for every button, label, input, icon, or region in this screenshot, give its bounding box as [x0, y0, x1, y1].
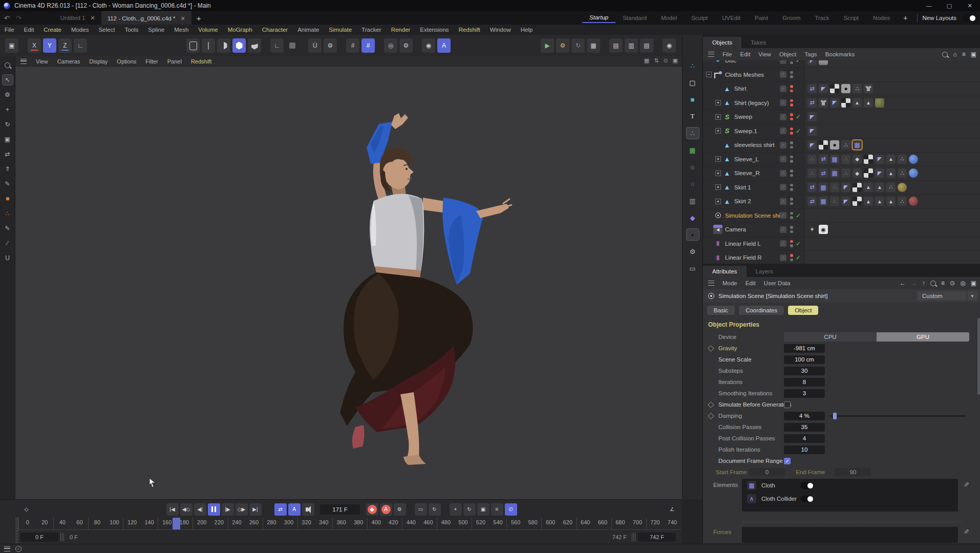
menu-item[interactable]: Mesh — [174, 27, 188, 33]
device-option[interactable]: CPU — [784, 332, 877, 342]
menu-item[interactable]: Window — [490, 27, 511, 33]
edges-mode-button[interactable] — [202, 38, 215, 53]
preview-start-field[interactable]: 0 F — [20, 533, 58, 542]
menu-item[interactable]: Simulate — [329, 27, 352, 33]
tag-icon[interactable] — [875, 168, 884, 178]
snap-settings-button[interactable]: ⚙ — [324, 38, 337, 53]
object-tree-row[interactable]: Cloths Meshes ✓ — [703, 68, 980, 82]
visibility-dots-icon[interactable] — [790, 212, 793, 219]
symmetry-button[interactable]: ◎ — [384, 38, 397, 53]
menu-item[interactable]: Edit — [24, 27, 34, 33]
panel-tab[interactable]: Attributes — [703, 266, 747, 277]
tag-icon[interactable] — [898, 183, 907, 192]
range-grip[interactable] — [60, 533, 65, 541]
modeling-settings-button[interactable]: ⚙ — [399, 38, 413, 53]
visibility-dots-icon[interactable] — [790, 113, 793, 120]
visibility-dots-icon[interactable] — [790, 156, 793, 163]
enabled-check-icon[interactable]: ✓ — [796, 60, 801, 64]
eyedropper-icon[interactable]: ✎ — [964, 481, 969, 488]
tag-icon[interactable] — [853, 155, 862, 164]
target-icon[interactable]: ◎ — [960, 280, 965, 287]
objects-menu-icon[interactable] — [708, 52, 714, 57]
filter-icon[interactable]: ≡ — [941, 280, 945, 287]
grid-button[interactable]: # — [346, 38, 359, 53]
menu-item[interactable]: Character — [262, 27, 288, 33]
layer-edit-icon[interactable] — [780, 127, 786, 134]
visibility-dots-icon[interactable] — [790, 99, 793, 107]
tag-icon[interactable] — [819, 60, 828, 65]
maximize-button[interactable]: ▢ — [939, 0, 960, 11]
attributes-menu-item[interactable]: Mode — [722, 280, 737, 286]
record-rotation-button[interactable]: ↻ — [463, 503, 476, 516]
visibility-dots-icon[interactable] — [790, 60, 793, 64]
layer-edit-icon[interactable] — [780, 71, 786, 78]
menu-item[interactable]: File — [5, 27, 14, 33]
enabled-check-icon[interactable]: ✓ — [796, 254, 801, 261]
viewport-menu-item[interactable]: Cameras — [57, 58, 80, 65]
menu-item[interactable]: Render — [391, 27, 411, 33]
tag-icon[interactable] — [819, 84, 828, 93]
visibility-dots-icon[interactable] — [790, 127, 793, 135]
coordinate-system-button[interactable]: ∟ — [74, 38, 87, 53]
tag-icon[interactable] — [853, 84, 862, 93]
preview-end-field[interactable]: 742 F — [638, 533, 676, 542]
preset-dropdown-arrow[interactable]: ▼ — [967, 291, 977, 301]
expander-icon[interactable] — [715, 199, 721, 204]
palette-volume-icon[interactable]: ◆ — [686, 211, 699, 224]
redo-icon[interactable]: ↷ — [16, 14, 22, 22]
tag-icon[interactable] — [853, 183, 862, 192]
layer-edit-icon[interactable] — [780, 212, 786, 219]
timeline-window-button[interactable]: ▤ — [640, 38, 653, 53]
element-enable-toggle[interactable] — [800, 482, 814, 489]
palette-network-icon[interactable]: ∴ — [686, 59, 699, 72]
tag-icon[interactable] — [830, 168, 839, 178]
tag-icon[interactable] — [830, 98, 839, 108]
tag-icon[interactable] — [864, 183, 873, 192]
tag-icon[interactable] — [819, 155, 828, 164]
close-tab-icon[interactable]: ✕ — [180, 15, 185, 22]
palette-text-icon[interactable]: T — [686, 110, 699, 122]
object-tree-row[interactable]: Simulation Scene shirt ✓ — [703, 209, 980, 223]
forward-icon[interactable]: → — [911, 280, 917, 287]
tag-icon[interactable] — [807, 112, 817, 121]
next-key-button[interactable]: ◇▶ — [236, 503, 248, 516]
menu-item[interactable]: Extensions — [420, 27, 449, 33]
redshift-button[interactable]: ◉ — [663, 38, 676, 53]
document-tab[interactable]: Untitled 1 ✕ — [54, 11, 101, 25]
tag-icon[interactable] — [841, 183, 850, 192]
palette-settings-icon[interactable]: ⚙ — [686, 245, 699, 258]
menu-item[interactable]: Volume — [198, 27, 218, 33]
objects-menu-item[interactable]: File — [722, 51, 732, 57]
picture-viewer-button[interactable]: ▤ — [609, 38, 623, 53]
object-tree-row[interactable]: Linear Field L ✓ — [703, 237, 980, 251]
tag-icon[interactable] — [898, 155, 907, 164]
enabled-check-icon[interactable]: ✓ — [796, 127, 801, 135]
tag-icon[interactable] — [864, 155, 873, 164]
layout-tab[interactable]: Startup — [582, 13, 615, 23]
value-field[interactable]: -981 cm — [784, 344, 825, 353]
tag-icon[interactable] — [807, 140, 817, 150]
palette-sphere-icon[interactable]: ● — [686, 161, 699, 173]
keyframe-diamond-icon[interactable] — [708, 345, 714, 352]
tag-icon[interactable] — [864, 168, 873, 178]
cycle-record-button[interactable]: ↻ — [429, 503, 441, 516]
layer-edit-icon[interactable] — [780, 142, 786, 148]
object-tree-row[interactable]: Camera ✓ — [703, 223, 980, 237]
tag-icon[interactable] — [898, 168, 907, 178]
scale-tool-icon[interactable]: ▣ — [2, 134, 13, 145]
viewport[interactable]: ViewCamerasDisplayOptionsFilterPanel Red… — [15, 56, 682, 499]
sound-button[interactable] — [302, 503, 314, 516]
damping-slider[interactable] — [830, 415, 965, 417]
value-field[interactable]: 10 — [784, 445, 825, 454]
value-field[interactable]: 8 — [784, 378, 825, 387]
next-frame-button[interactable]: |▶ — [222, 503, 234, 516]
go-to-end-button[interactable]: ▶| — [249, 503, 262, 516]
enabled-check-icon[interactable]: ✓ — [796, 212, 801, 219]
magnet-tool-icon[interactable]: U — [2, 252, 13, 264]
object-tree-row[interactable]: Skirt 1 ✓ — [703, 181, 980, 195]
tag-icon[interactable] — [819, 183, 828, 192]
object-tree-row[interactable]: Sweep.1 ✓ — [703, 124, 980, 139]
menu-item[interactable]: Create — [44, 27, 61, 33]
visibility-dots-icon[interactable] — [790, 71, 793, 78]
tag-icon[interactable] — [875, 155, 884, 164]
